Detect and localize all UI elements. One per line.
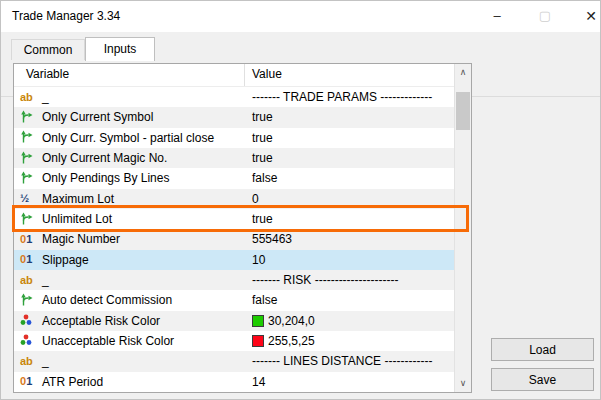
vertical-scrollbar[interactable]: ∧ ∨ [454,64,471,392]
value-text: 255,5,25 [268,334,315,348]
value-text: 555463 [252,232,292,246]
table-row[interactable]: ab_------- LINES DISTANCE ------------ [14,351,454,371]
table-row[interactable]: Only Curr. Symbol - partial closetrue [14,128,454,148]
text-type-icon: ab [20,356,40,367]
table-row[interactable]: Unacceptable Risk Color255,5,25 [14,331,454,351]
trade-manager-dialog: Trade Manager 3.34 – ▢ ✕ Common Inputs V… [0,0,601,400]
value-cell[interactable]: 255,5,25 [239,334,454,348]
value-cell[interactable]: 10 [239,253,454,267]
value-text: true [252,212,273,226]
color-swatch [252,335,264,347]
variable-label: Only Current Symbol [40,110,239,124]
bool-branch-arrow-icon [20,130,40,145]
table-row[interactable]: Only Current Symboltrue [14,107,454,127]
table-row[interactable]: 01ATR Period14 [14,372,454,392]
tab-inputs[interactable]: Inputs [85,37,155,61]
maximize-icon: ▢ [528,1,562,31]
value-text: false [252,171,277,185]
column-header-variable: Variable [14,64,245,86]
title-bar: Trade Manager 3.34 – ▢ ✕ [1,1,600,32]
integer-type-icon: 01 [20,254,40,265]
bool-branch-arrow-icon [20,151,40,166]
variable-label: ATR Period [40,375,239,389]
table-row[interactable]: ab_------- RISK --------------------- [14,270,454,290]
variable-label: Magic Number [40,232,239,246]
scroll-up-icon[interactable]: ∧ [455,64,471,81]
scroll-down-icon[interactable]: ∨ [455,375,471,392]
table-row[interactable]: Auto detect Commissionfalse [14,290,454,310]
value-cell[interactable]: true [239,212,454,226]
variable-label: Only Current Magic No. [40,151,239,165]
integer-type-icon: 01 [20,234,40,245]
variable-label: Unacceptable Risk Color [40,334,239,348]
value-cell[interactable]: false [239,293,454,307]
table-row[interactable]: Unlimited Lottrue [14,209,454,229]
load-button-label: Load [529,343,556,357]
value-text: 10 [252,253,265,267]
value-text: ------- RISK --------------------- [252,273,399,287]
value-text: 0 [252,192,259,206]
value-text: false [252,293,277,307]
text-type-icon: ab [20,275,40,286]
table-row[interactable]: 01Magic Number555463 [14,229,454,249]
tab-bar: Common Inputs [1,37,600,61]
variable-label: Only Curr. Symbol - partial close [40,131,239,145]
window-title: Trade Manager 3.34 [12,1,120,32]
close-icon[interactable]: ✕ [574,1,601,31]
value-text: ------- LINES DISTANCE ------------ [252,354,432,368]
value-cell[interactable]: 14 [239,375,454,389]
value-text: 30,204,0 [268,314,315,328]
table-body: ab_------- TRADE PARAMS -------------Onl… [14,87,454,392]
variable-label: Slippage [40,253,239,267]
save-button[interactable]: Save [491,368,594,391]
color-type-icon [20,314,40,328]
table-row[interactable]: Only Pendings By Linesfalse [14,168,454,188]
variable-label: _ [40,354,239,368]
value-cell[interactable]: ------- TRADE PARAMS ------------- [239,90,454,104]
minimize-icon[interactable]: – [480,1,514,31]
save-button-label: Save [529,373,556,387]
variable-label: Acceptable Risk Color [40,314,239,328]
bool-branch-arrow-icon [20,110,40,125]
table-header: Variable Value [14,64,471,87]
params-table: Variable Value ab_------- TRADE PARAMS -… [13,63,472,393]
value-text: true [252,110,273,124]
value-text: true [252,151,273,165]
value-text: ------- TRADE PARAMS ------------- [252,90,432,104]
variable-label: Auto detect Commission [40,293,239,307]
table-row[interactable]: Only Current Magic No.true [14,148,454,168]
load-button[interactable]: Load [491,338,594,361]
value-cell[interactable]: ------- LINES DISTANCE ------------ [239,354,454,368]
color-type-icon [20,334,40,348]
bool-branch-arrow-icon [20,212,40,227]
variable-label: Only Pendings By Lines [40,171,239,185]
text-type-icon: ab [20,92,40,103]
value-cell[interactable]: 30,204,0 [239,314,454,328]
variable-label: Maximum Lot [40,192,239,206]
value-text: 14 [252,375,265,389]
tab-common[interactable]: Common [11,39,85,60]
table-row[interactable]: ½Maximum Lot0 [14,189,454,209]
scrollbar-thumb[interactable] [456,92,470,130]
table-row[interactable]: ab_------- TRADE PARAMS ------------- [14,87,454,107]
value-cell[interactable]: false [239,171,454,185]
color-swatch [252,315,264,327]
value-cell[interactable]: true [239,110,454,124]
table-row[interactable]: Acceptable Risk Color30,204,0 [14,311,454,331]
value-cell[interactable]: true [239,131,454,145]
bool-branch-arrow-icon [20,171,40,186]
value-cell[interactable]: 555463 [239,232,454,246]
value-text: true [252,131,273,145]
value-cell[interactable]: true [239,151,454,165]
variable-label: _ [40,90,239,104]
variable-label: _ [40,273,239,287]
table-row[interactable]: 01Slippage10 [14,250,454,270]
value-cell[interactable]: 0 [239,192,454,206]
integer-type-icon: 01 [20,376,40,387]
value-cell[interactable]: ------- RISK --------------------- [239,273,454,287]
double-type-icon: ½ [20,193,40,204]
column-header-value: Value [245,64,471,86]
variable-label: Unlimited Lot [40,212,239,226]
bool-branch-arrow-icon [20,293,40,308]
